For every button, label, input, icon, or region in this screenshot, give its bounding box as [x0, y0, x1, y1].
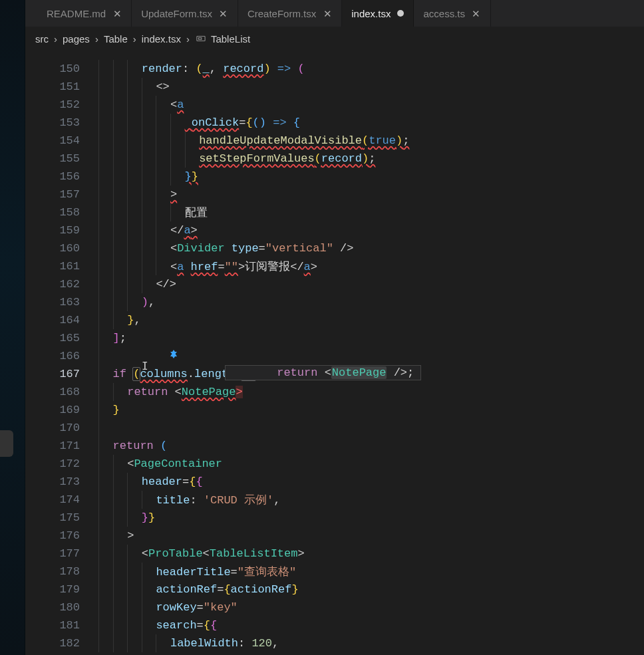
crumb-symbol[interactable]: TableList: [211, 33, 250, 45]
code-line[interactable]: 157 >: [25, 186, 644, 203]
close-icon[interactable]: ✕: [472, 9, 481, 18]
tab-updateform[interactable]: UpdateForm.tsx ✕: [132, 0, 238, 27]
code-line[interactable]: 171 return (: [25, 437, 644, 455]
tab-label: access.ts: [423, 8, 465, 19]
code-line[interactable]: 156 }}: [25, 168, 644, 186]
close-icon[interactable]: ✕: [112, 9, 122, 18]
breadcrumb[interactable]: src › pages › Table › index.tsx › TableL…: [25, 27, 644, 51]
svg-rect-0: [197, 37, 205, 41]
code-line[interactable]: 180 rowKey="key": [25, 598, 644, 616]
code-line[interactable]: 151 <>: [25, 78, 644, 96]
close-icon[interactable]: ✕: [323, 9, 332, 18]
code-line[interactable]: 175 }}: [25, 509, 644, 527]
line-number: 154: [25, 134, 98, 147]
symbol-variable-icon: [195, 34, 207, 43]
code-line[interactable]: 164 },: [25, 311, 644, 329]
code-line[interactable]: 167 if (columns.length == return <NotePa…: [25, 365, 644, 383]
line-number: 166: [25, 350, 98, 362]
code-line[interactable]: 170: [25, 419, 644, 437]
code-line[interactable]: 182 labelWidth: 120,: [25, 634, 644, 652]
code-line[interactable]: 154 handleUpdateModalVisible(true);: [25, 132, 644, 150]
line-number: 170: [25, 422, 98, 434]
line-number: 179: [25, 583, 98, 596]
line-number: 175: [25, 511, 98, 524]
code-line[interactable]: 178 headerTitle="查询表格": [25, 563, 644, 581]
code-line[interactable]: 168 return <NotePage>: [25, 383, 644, 401]
crumb-pages[interactable]: pages: [63, 33, 90, 45]
code-line[interactable]: 174 title: 'CRUD 示例',: [25, 491, 644, 509]
crumb-file[interactable]: index.tsx: [142, 33, 181, 45]
code-line[interactable]: 155 setStepFormValues(record);: [25, 150, 644, 168]
crumb-table[interactable]: Table: [104, 33, 128, 45]
line-number: 158: [25, 206, 98, 219]
chevron-right-icon: ›: [95, 33, 98, 45]
line-number: 182: [25, 637, 98, 650]
code-line[interactable]: 169 }: [25, 401, 644, 419]
close-icon[interactable]: ✕: [219, 9, 228, 18]
line-number: 162: [25, 278, 98, 291]
code-line[interactable]: 172 <PageContainer: [25, 455, 644, 473]
line-number: 167: [25, 368, 98, 380]
panel-toggle[interactable]: [0, 430, 13, 457]
line-number: 151: [25, 80, 98, 93]
code-line[interactable]: 153 onClick={() => {: [25, 114, 644, 132]
tab-label: CreateForm.tsx: [247, 8, 316, 19]
code-line[interactable]: 173 header={{: [25, 473, 644, 491]
code-line[interactable]: 150 render: (_, record) => (: [25, 60, 644, 78]
line-number: 156: [25, 170, 98, 183]
code-line[interactable]: 160 <Divider type="vertical" />: [25, 239, 644, 257]
code-line[interactable]: 163 ),: [25, 293, 644, 311]
svg-rect-1: [198, 38, 201, 40]
code-line[interactable]: 181 search={{: [25, 616, 644, 634]
lightbulb-icon[interactable]: [168, 349, 179, 360]
code-line[interactable]: 166: [25, 347, 644, 365]
line-number: 159: [25, 224, 98, 237]
code-editor[interactable]: 150 render: (_, record) => ( 151 <> 152 …: [25, 51, 644, 655]
tab-createform[interactable]: CreateForm.tsx ✕: [238, 0, 342, 27]
line-number: 173: [25, 475, 98, 488]
line-number: 157: [25, 188, 98, 201]
line-number: 176: [25, 529, 98, 542]
line-number: 168: [25, 386, 98, 398]
editor: README.md ✕ UpdateForm.tsx ✕ CreateForm.…: [25, 0, 644, 655]
code-line[interactable]: 177 <ProTable<TableListItem>: [25, 545, 644, 563]
code-line[interactable]: 162 </>: [25, 275, 644, 293]
line-number: 163: [25, 296, 98, 309]
tab-access[interactable]: access.ts ✕: [414, 0, 491, 27]
line-number: 150: [25, 63, 98, 75]
tab-index[interactable]: index.tsx: [342, 0, 414, 27]
line-number: 153: [25, 116, 98, 129]
code-line[interactable]: 152 <a: [25, 96, 644, 114]
line-number: 180: [25, 601, 98, 614]
activity-bar[interactable]: [0, 0, 25, 655]
code-line[interactable]: 158 配置: [25, 203, 644, 221]
code-line[interactable]: 159 </a>: [25, 221, 644, 239]
line-number: 171: [25, 440, 98, 452]
tab-label: index.tsx: [351, 8, 391, 19]
line-number: 172: [25, 458, 98, 470]
code-line[interactable]: 179 actionRef={actionRef}: [25, 581, 644, 598]
chevron-right-icon: ›: [133, 33, 136, 45]
line-number: 178: [25, 565, 98, 578]
dirty-indicator-icon: [397, 10, 404, 17]
line-number: 164: [25, 314, 98, 327]
inline-suggestion[interactable]: return <NotePage />;: [225, 365, 421, 380]
code-line[interactable]: 161 <a href="">订阅警报</a>: [25, 257, 644, 275]
line-number: 155: [25, 152, 98, 165]
line-number: 181: [25, 619, 98, 632]
line-number: 152: [25, 98, 98, 111]
chevron-right-icon: ›: [186, 33, 190, 45]
line-number: 177: [25, 547, 98, 560]
tab-label: README.md: [47, 8, 106, 19]
line-number: 165: [25, 332, 98, 344]
chevron-right-icon: ›: [54, 33, 57, 45]
tab-label: UpdateForm.tsx: [141, 8, 212, 19]
crumb-src[interactable]: src: [35, 33, 49, 45]
editor-tabs: README.md ✕ UpdateForm.tsx ✕ CreateForm.…: [25, 0, 644, 27]
line-number: 174: [25, 493, 98, 506]
tab-readme[interactable]: README.md ✕: [37, 0, 132, 27]
line-number: 169: [25, 404, 98, 416]
line-number: 161: [25, 260, 98, 273]
code-line[interactable]: 176 >: [25, 527, 644, 545]
line-number: 160: [25, 242, 98, 255]
